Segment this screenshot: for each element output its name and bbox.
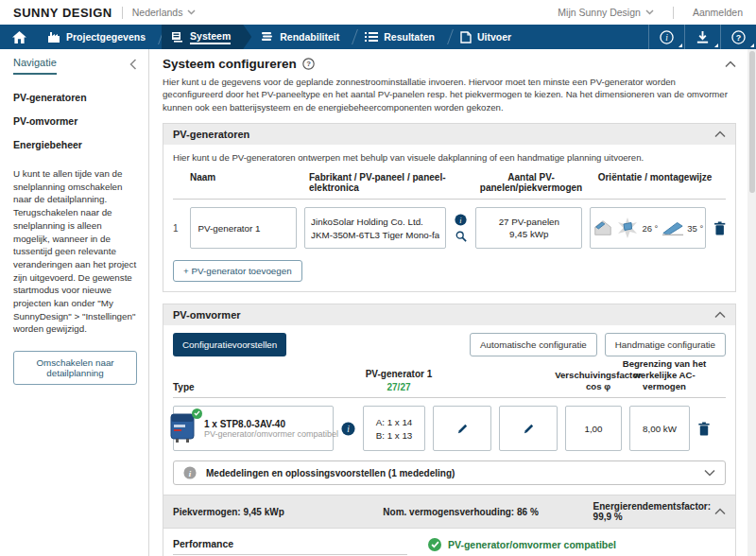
inverter-ok-icon — [192, 408, 202, 419]
factory-icon — [47, 31, 60, 43]
sidebar-item-pv-omvormer[interactable]: PV-omvormer — [13, 115, 137, 127]
summary-peak: Piekvermogen: 9,45 kWp — [173, 507, 383, 517]
svg-text:i: i — [665, 33, 668, 43]
cos-phi-field[interactable]: 1,00 — [565, 406, 622, 451]
tab-systeem[interactable]: Systeem — [162, 25, 251, 49]
inverter-type-label: 1 x STP8.0-3AV-40 — [204, 419, 338, 429]
collapse-panel-chevron[interactable] — [714, 311, 726, 319]
inverter-icon — [171, 31, 184, 43]
info-button[interactable]: i — [648, 25, 684, 49]
collapse-sidebar-button[interactable] — [129, 59, 137, 70]
question-icon: ? — [731, 30, 746, 44]
azimuth-value: 26 ° — [642, 223, 658, 234]
automatic-configuration-button[interactable]: Automatische configuratie — [470, 333, 597, 356]
language-label: Nederlands — [132, 7, 183, 18]
inverter-info-icon[interactable]: i — [341, 422, 355, 436]
orientation-field[interactable]: 26 ° 35 ° — [590, 207, 705, 249]
tab-uitvoer[interactable]: Uitvoer — [451, 25, 526, 49]
scrollbar-thumb[interactable] — [749, 51, 755, 193]
coins-icon — [261, 31, 274, 43]
home-tab[interactable] — [0, 25, 38, 49]
performance-title: Performance — [173, 538, 407, 555]
download-button[interactable] — [684, 25, 720, 49]
panel-count-field[interactable]: 27 PV-panelen 9,45 kWp — [475, 207, 582, 249]
app-logo: SUNNY DESIGN — [13, 6, 112, 20]
pencil-icon — [523, 423, 535, 435]
tab-label: Resultaten — [384, 31, 435, 43]
sidebar-title: Navigatie — [13, 57, 57, 75]
tilt-panel-icon — [662, 219, 684, 236]
tab-label: Rendabiliteit — [280, 31, 339, 43]
page-help-icon[interactable]: ? — [302, 58, 315, 70]
sidebar-note: U kunt te allen tijde van de snelplannin… — [13, 167, 137, 336]
peak-power: 9,45 kWp — [476, 229, 581, 239]
string-b: B: 1 x 13 — [364, 430, 424, 441]
search-panel-icon[interactable] — [455, 231, 467, 242]
compatibility-title: PV-generator/omvormer compatibel — [448, 539, 616, 550]
main-content: Systeem configureren ? Hier kunt u de ge… — [149, 49, 747, 556]
inverter-type-field[interactable]: 1 x STP8.0-3AV-40 PV-generator/omvormer … — [173, 406, 334, 451]
generator-name-field[interactable]: PV-generator 1 — [190, 207, 298, 249]
delete-inverter-icon[interactable] — [697, 422, 711, 436]
sidebar-item-energiebeheer[interactable]: Energiebeheer — [13, 139, 137, 150]
messages-label: Mededelingen en oplossingsvoorstellen (1… — [206, 468, 455, 478]
column-orientation: Oriëntatie / montagewijze — [594, 172, 715, 193]
messages-bar[interactable]: i Mededelingen en oplossingsvoorstellen … — [173, 460, 726, 485]
svg-text:?: ? — [306, 60, 311, 68]
switch-detail-planning-button[interactable]: Omschakelen naar detailplanning — [13, 351, 137, 385]
edit-string-a-button[interactable] — [433, 406, 491, 451]
parameters-section: PV-generator/omvormer compatibel Paramet… — [428, 538, 726, 556]
tab-projectgegevens[interactable]: Projectgegevens — [38, 25, 161, 49]
download-icon — [696, 30, 710, 44]
manufacturer-name: JinkoSolar Holding Co. Ltd. — [311, 217, 439, 227]
account-menu[interactable]: Mijn Sunny Design — [558, 7, 654, 18]
tab-rendabiliteit[interactable]: Rendabiliteit — [251, 25, 354, 49]
page-scrollbar[interactable] — [747, 49, 756, 556]
edit-string-b-button[interactable] — [499, 406, 558, 451]
tilt-value: 35 ° — [687, 223, 703, 234]
column-type: Type — [173, 382, 334, 392]
language-selector[interactable]: Nederlands — [132, 7, 197, 18]
configuration-proposals-button[interactable]: Configuratievoorstellen — [173, 333, 286, 356]
generator-string-count: 27/27 — [342, 382, 455, 392]
svg-text:i: i — [460, 217, 462, 225]
pv-inverter-panel: PV-omvormer Configuratievoorstellen Auto… — [163, 304, 736, 556]
collapse-summary-chevron[interactable] — [714, 508, 726, 515]
panel-info-icon[interactable]: i — [455, 214, 467, 226]
spacer — [294, 333, 462, 356]
collapse-panel-chevron[interactable] — [714, 130, 726, 138]
divider — [122, 7, 123, 19]
page-intro: Hier kunt u de gegevens voor de geplande… — [163, 76, 736, 113]
tab-label: Projectgegevens — [66, 31, 146, 43]
account-label: Mijn Sunny Design — [558, 7, 641, 18]
divider — [673, 7, 674, 19]
collapse-page-chevron[interactable] — [725, 61, 736, 68]
tab-resultaten[interactable]: Resultaten — [355, 25, 450, 49]
ac-limit-column-title: Begrenzing van het werkelijke AC-vermoge… — [615, 358, 714, 392]
pv-inverter-title: PV-omvormer — [173, 309, 241, 321]
column-spacer — [173, 172, 182, 193]
row-index: 1 — [173, 223, 182, 234]
string-configuration-field[interactable]: A: 1 x 14 B: 1 x 13 — [363, 406, 425, 451]
manual-configuration-button[interactable]: Handmatige configuratie — [605, 333, 726, 356]
column-count: Aantal PV-panelen/piekvermogen — [475, 172, 587, 193]
panel-count: 27 PV-panelen — [476, 217, 581, 227]
svg-text:i: i — [347, 425, 350, 434]
help-button[interactable]: ? — [720, 25, 756, 49]
chevron-down-icon — [187, 9, 196, 15]
login-link[interactable]: Aanmelden — [693, 7, 743, 18]
main-navbar: Projectgegevens Systeem Rendabiliteit Re… — [0, 25, 756, 49]
add-generator-button[interactable]: + PV-generator toevoegen — [173, 260, 302, 282]
document-icon — [460, 31, 472, 43]
home-icon — [12, 31, 26, 43]
delete-generator-icon[interactable] — [713, 221, 726, 235]
tab-label: Uitvoer — [477, 31, 511, 43]
sidebar-item-pv-generatoren[interactable]: PV-generatoren — [13, 92, 137, 103]
compass-azimuth-icon — [616, 217, 639, 239]
chevron-down-icon — [645, 9, 654, 15]
panel-type-field[interactable]: JinkoSolar Holding Co. Ltd. JKM-350M-6TL… — [304, 207, 446, 249]
generator-name: PV-generator 1 — [198, 223, 289, 234]
inverter-image — [168, 412, 197, 444]
pencil-icon — [456, 423, 469, 435]
ac-limit-field[interactable]: 8,00 kW — [629, 406, 690, 451]
